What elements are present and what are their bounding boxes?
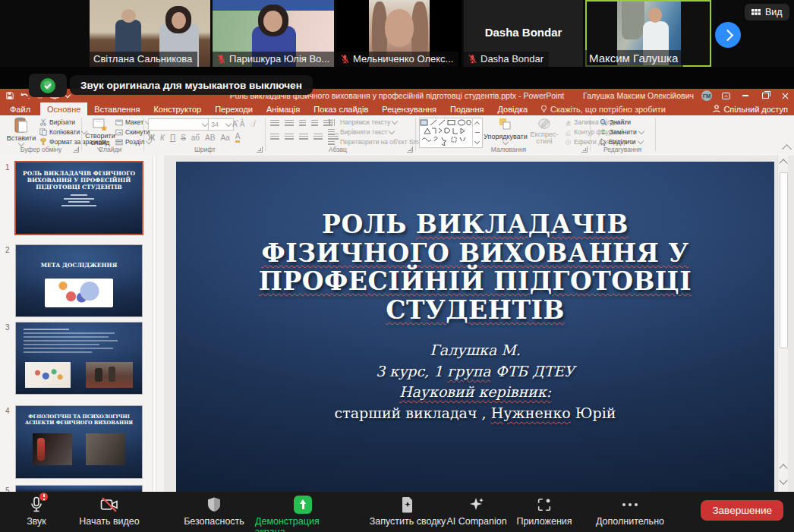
strikethrough-button[interactable]: S [181, 134, 186, 142]
summary-doc-icon [401, 496, 414, 513]
slide-number: 4 [5, 407, 10, 415]
security-button[interactable]: Безопасность [178, 496, 250, 527]
font-dialog-launcher[interactable] [257, 146, 263, 153]
font-size-dropdown-icon [225, 121, 232, 127]
slide-thumbnail-2[interactable]: МЕТА ДОСЛІДЖЕННЯ [15, 244, 143, 317]
close-button[interactable] [779, 90, 791, 101]
bold-button[interactable]: Ж [148, 134, 155, 142]
grow-shrink-font-buttons[interactable]: А̂А̌◌̸ [232, 120, 254, 128]
layout-button[interactable]: Макет [115, 118, 150, 126]
titlebar-controls: Галушка Максим Олексійович ГМ [583, 89, 791, 102]
previous-slide-button[interactable] [780, 465, 786, 471]
more-button[interactable]: Дополнительно [592, 496, 668, 527]
reset-button[interactable]: Скинути [115, 128, 150, 136]
tab-transitions[interactable]: Переходи [208, 102, 260, 115]
share-button[interactable]: Спільний доступ [713, 102, 788, 115]
next-slide-button[interactable] [780, 477, 786, 483]
thumbnail-panel-scrollbar[interactable] [153, 156, 156, 492]
clipboard-dialog-launcher[interactable] [73, 146, 79, 153]
quick-styles-button[interactable]: Експрес-стилі [527, 117, 562, 145]
paragraph-dialog-launcher[interactable] [407, 146, 413, 153]
share-screen-label: Демонстрация экрана [255, 516, 351, 532]
tab-animations[interactable]: Анімація [260, 102, 307, 115]
select-dropdown-icon [637, 138, 643, 144]
find-button[interactable]: Знайти [600, 118, 631, 126]
signed-in-user[interactable]: Галушка Максим Олексійович [583, 91, 694, 100]
share-label: Спільний доступ [723, 105, 788, 114]
arrange-button[interactable]: Упорядкувати [486, 117, 525, 144]
start-video-button[interactable]: Начать видео [74, 496, 144, 527]
ribbon-tabs: Файл Основне Вставлення Конструктор Пере… [0, 102, 794, 115]
tell-me-box[interactable]: Скажіть, що потрібно зробити [534, 102, 672, 115]
select-button[interactable]: Виділити [600, 138, 643, 146]
paste-button[interactable]: Вставити [5, 117, 38, 146]
zoom-meeting-toolbar: Звук Начать видео Безопасность [0, 492, 794, 532]
font-style-buttons[interactable]: Ж К П S аб АВ Аа А [148, 132, 243, 143]
video-tile-svitlana[interactable]: Світлана Сальникова [90, 0, 210, 67]
person-silhouette [172, 12, 186, 29]
tab-design[interactable]: Конструктор [147, 102, 208, 115]
shapes-gallery[interactable] [419, 118, 483, 148]
start-summary-button[interactable]: Запустить сводку [366, 496, 449, 527]
copy-button[interactable]: Копіювати [39, 128, 87, 136]
video-tile-dasha[interactable]: Dasha Bondar Dasha Bondar [464, 0, 583, 67]
font-color-button[interactable]: А [235, 132, 241, 143]
text-direction-button[interactable]: Напрямок тексту [328, 118, 397, 126]
cut-button[interactable]: Вирізати [39, 118, 75, 126]
tab-home-active[interactable]: Основне [40, 102, 87, 115]
list-buttons[interactable] [270, 120, 335, 127]
participant-name: Паришкура Юлія Во... [229, 53, 329, 65]
ai-companion-button[interactable]: AI Companion [443, 496, 510, 527]
audio-warning-badge [39, 493, 48, 501]
tab-view[interactable]: Подання [443, 102, 490, 115]
text-shadow-button[interactable]: аб [191, 134, 200, 142]
tab-slideshow[interactable]: Показ слайдів [307, 102, 375, 115]
apps-button[interactable]: Приложения [513, 496, 575, 527]
participant-name: Світлана Сальникова [93, 53, 192, 65]
minimize-button[interactable] [739, 90, 751, 101]
more-label: Дополнительно [596, 516, 664, 527]
user-avatar[interactable]: ГМ [701, 90, 712, 101]
end-meeting-button[interactable]: Завершение [701, 500, 783, 521]
drawing-dialog-launcher[interactable] [581, 146, 588, 153]
view-button[interactable]: Вид [745, 4, 789, 20]
slide-canvas[interactable]: РОЛЬ ВИКЛАДАЧІВ ФІЗИЧНОГО ВИХОВАННЯ У ПР… [176, 162, 774, 492]
character-spacing-button[interactable]: АВ [205, 134, 215, 142]
align-text-button[interactable]: Вирівняти текст [328, 128, 394, 136]
shapes-icons [420, 118, 471, 146]
align-text-label: Вирівняти текст [340, 128, 387, 136]
collapse-ribbon-button[interactable] [782, 144, 792, 154]
video-gallery-strip: Світлана Сальникова Паришкура Юлія Во...… [0, 0, 794, 67]
video-tile-paryshkura[interactable]: Паришкура Юлія Во... [213, 0, 334, 67]
slide-thumbnail-3[interactable] [15, 322, 143, 395]
tab-insert[interactable]: Вставлення [87, 102, 147, 115]
scrollbar-thumb[interactable] [780, 172, 788, 348]
reset-icon [115, 129, 123, 136]
shapes-scroll-buttons[interactable] [472, 119, 481, 146]
restore-window-button[interactable] [759, 90, 771, 101]
font-name-combobox[interactable] [148, 118, 210, 131]
vertical-scrollbar[interactable] [777, 156, 788, 492]
ribbon-display-options-button[interactable] [720, 90, 732, 101]
next-page-arrow-button[interactable] [715, 22, 741, 48]
video-tile-maksym-active-speaker[interactable]: Максим Галушка [585, 0, 711, 67]
slide-thumbnail-1-selected[interactable]: РОЛЬ ВИКЛАДАЧІВ ФІЗИЧНОГО ВИХОВАННЯ У ПР… [14, 161, 143, 235]
restore-icon [762, 93, 769, 99]
minimize-icon [742, 95, 748, 96]
replace-button[interactable]: Замінити [600, 128, 644, 136]
section-button[interactable]: Розділ [115, 138, 151, 146]
tab-help[interactable]: Довідка [490, 102, 534, 115]
underline-button[interactable]: П [170, 134, 175, 142]
change-case-button[interactable]: Аа [220, 134, 229, 142]
share-screen-button[interactable]: Демонстрация экрана [255, 496, 351, 532]
scroll-up-arrow[interactable] [780, 160, 786, 166]
italic-button[interactable]: К [160, 134, 165, 142]
video-tile-melnychenko[interactable]: Мельниченко Олекс... [336, 0, 462, 67]
thumbnail-image [25, 362, 71, 388]
tab-review[interactable]: Рецензування [375, 102, 443, 115]
tab-file[interactable]: Файл [0, 102, 40, 115]
paste-clipboard-icon [14, 117, 29, 134]
font-size-combobox[interactable]: 34 [208, 118, 234, 131]
audio-button[interactable]: Звук [14, 496, 59, 527]
slide-thumbnail-4[interactable]: ФІЗІОЛОГІЧНІ ТА ПСИХОЛОГІЧНІ АСПЕКТИ ФІЗ… [15, 405, 143, 479]
